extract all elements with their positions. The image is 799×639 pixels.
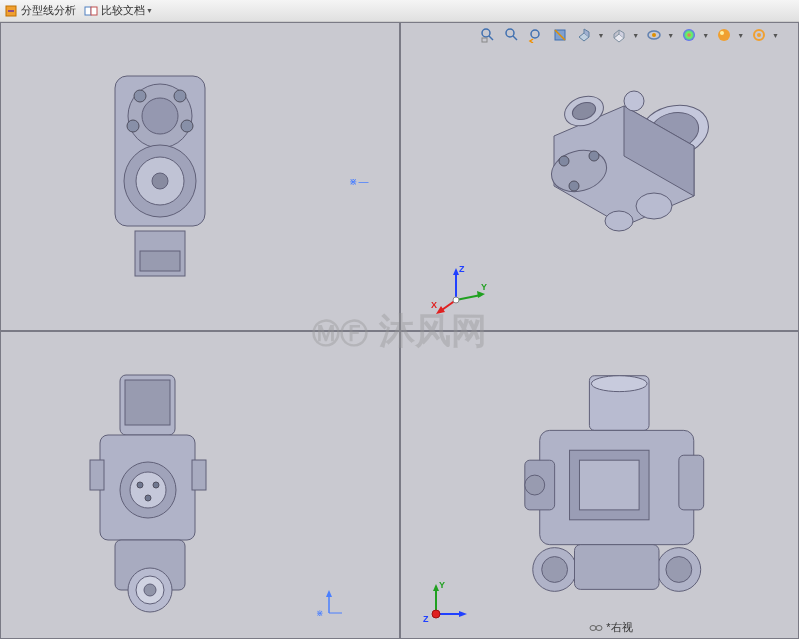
dropdown-arrow-icon[interactable]: ▼ bbox=[667, 32, 674, 39]
svg-point-23 bbox=[134, 90, 146, 102]
svg-rect-74 bbox=[579, 460, 639, 510]
svg-point-79 bbox=[666, 556, 692, 582]
zoom-to-area-icon[interactable] bbox=[503, 26, 521, 44]
viewport-front[interactable]: ⋇— bbox=[0, 22, 400, 331]
viewport-isometric[interactable]: Z Y X bbox=[400, 22, 800, 331]
dropdown-arrow-icon: ▼ bbox=[146, 7, 153, 14]
svg-text:X: X bbox=[431, 300, 437, 310]
dropdown-arrow-icon[interactable]: ▼ bbox=[597, 32, 604, 39]
model-view-isometric bbox=[500, 49, 739, 264]
svg-point-89 bbox=[596, 625, 602, 630]
compare-documents-button[interactable]: 比较文档 ▼ bbox=[84, 3, 153, 18]
triad-isometric: Z Y X bbox=[431, 260, 481, 310]
dropdown-arrow-icon[interactable]: ▼ bbox=[737, 32, 744, 39]
viewport-right[interactable]: Y Z *右视 bbox=[400, 331, 800, 640]
svg-rect-80 bbox=[575, 544, 659, 589]
hide-show-items-icon[interactable] bbox=[645, 26, 663, 44]
svg-point-35 bbox=[589, 151, 599, 161]
svg-point-54 bbox=[130, 472, 166, 508]
svg-rect-51 bbox=[125, 380, 170, 425]
parting-line-icon bbox=[4, 4, 18, 18]
svg-point-19 bbox=[142, 98, 178, 134]
svg-point-13 bbox=[718, 29, 730, 41]
svg-point-49 bbox=[453, 297, 459, 303]
svg-point-57 bbox=[145, 495, 151, 501]
svg-point-6 bbox=[506, 29, 514, 37]
top-toolbar: 分型线分析 比较文档 ▼ bbox=[0, 0, 799, 22]
svg-point-56 bbox=[153, 482, 159, 488]
svg-point-77 bbox=[542, 556, 568, 582]
compare-icon bbox=[84, 4, 98, 18]
view-settings-icon[interactable] bbox=[750, 26, 768, 44]
previous-view-icon[interactable] bbox=[527, 26, 545, 44]
svg-point-55 bbox=[137, 482, 143, 488]
model-view-side bbox=[31, 387, 270, 602]
svg-rect-2 bbox=[91, 7, 97, 15]
view-orientation-icon[interactable] bbox=[575, 26, 593, 44]
svg-marker-47 bbox=[436, 306, 445, 314]
svg-rect-58 bbox=[90, 460, 104, 490]
svg-point-14 bbox=[720, 31, 724, 35]
apply-scene-icon[interactable] bbox=[715, 26, 733, 44]
edit-appearance-icon[interactable] bbox=[680, 26, 698, 44]
svg-rect-59 bbox=[192, 460, 206, 490]
model-view-right bbox=[495, 382, 734, 597]
svg-marker-85 bbox=[459, 611, 467, 617]
svg-line-7 bbox=[513, 36, 517, 40]
svg-rect-28 bbox=[140, 251, 180, 271]
svg-rect-75 bbox=[679, 455, 704, 510]
triad-right: Y Z bbox=[421, 576, 471, 626]
svg-point-8 bbox=[531, 30, 539, 38]
dropdown-arrow-icon[interactable]: ▼ bbox=[632, 32, 639, 39]
svg-point-36 bbox=[569, 181, 579, 191]
svg-line-43 bbox=[456, 295, 481, 300]
quad-viewport: ⋇— bbox=[0, 22, 799, 639]
svg-point-26 bbox=[181, 120, 193, 132]
svg-point-37 bbox=[636, 193, 672, 219]
viewport-container: ▼ ▼ ▼ ▼ ▼ ▼ ⓂⒻ 沐风网 bbox=[0, 22, 799, 639]
svg-point-63 bbox=[144, 584, 156, 596]
parting-line-analysis-button[interactable]: 分型线分析 bbox=[4, 3, 76, 18]
svg-point-25 bbox=[127, 120, 139, 132]
toolbar-item-label: 分型线分析 bbox=[21, 3, 76, 18]
svg-line-4 bbox=[489, 36, 493, 40]
svg-point-72 bbox=[525, 475, 545, 495]
svg-point-69 bbox=[591, 375, 647, 391]
view-label: *右视 bbox=[589, 620, 632, 635]
model-view-front bbox=[41, 64, 280, 279]
svg-point-24 bbox=[174, 90, 186, 102]
plane-indicator: ⋇ bbox=[314, 588, 344, 618]
display-style-icon[interactable] bbox=[610, 26, 628, 44]
svg-point-16 bbox=[757, 33, 761, 37]
svg-point-87 bbox=[432, 610, 440, 618]
svg-rect-5 bbox=[482, 38, 487, 42]
svg-point-22 bbox=[152, 173, 168, 189]
svg-point-88 bbox=[590, 625, 596, 630]
link-icon bbox=[589, 623, 603, 633]
svg-text:Y: Y bbox=[439, 580, 445, 590]
dropdown-arrow-icon[interactable]: ▼ bbox=[772, 32, 779, 39]
svg-marker-65 bbox=[326, 590, 332, 597]
viewport-side[interactable]: ⋇ bbox=[0, 331, 400, 640]
toolbar-item-label: 比较文档 bbox=[101, 3, 145, 18]
svg-point-34 bbox=[559, 156, 569, 166]
zoom-to-fit-icon[interactable] bbox=[479, 26, 497, 44]
dropdown-arrow-icon[interactable]: ▼ bbox=[702, 32, 709, 39]
svg-point-38 bbox=[605, 211, 633, 231]
svg-rect-1 bbox=[85, 7, 91, 15]
svg-text:Z: Z bbox=[459, 264, 465, 274]
svg-text:Z: Z bbox=[423, 614, 429, 624]
plane-indicator: ⋇— bbox=[349, 176, 369, 187]
svg-point-3 bbox=[482, 29, 490, 37]
section-view-icon[interactable] bbox=[551, 26, 569, 44]
heads-up-view-toolbar: ▼ ▼ ▼ ▼ ▼ ▼ bbox=[479, 26, 779, 44]
svg-point-11 bbox=[652, 33, 656, 37]
svg-marker-44 bbox=[477, 291, 485, 298]
svg-point-12 bbox=[683, 29, 695, 41]
svg-text:Y: Y bbox=[481, 282, 487, 292]
svg-point-39 bbox=[624, 91, 644, 111]
svg-text:⋇: ⋇ bbox=[316, 608, 324, 618]
